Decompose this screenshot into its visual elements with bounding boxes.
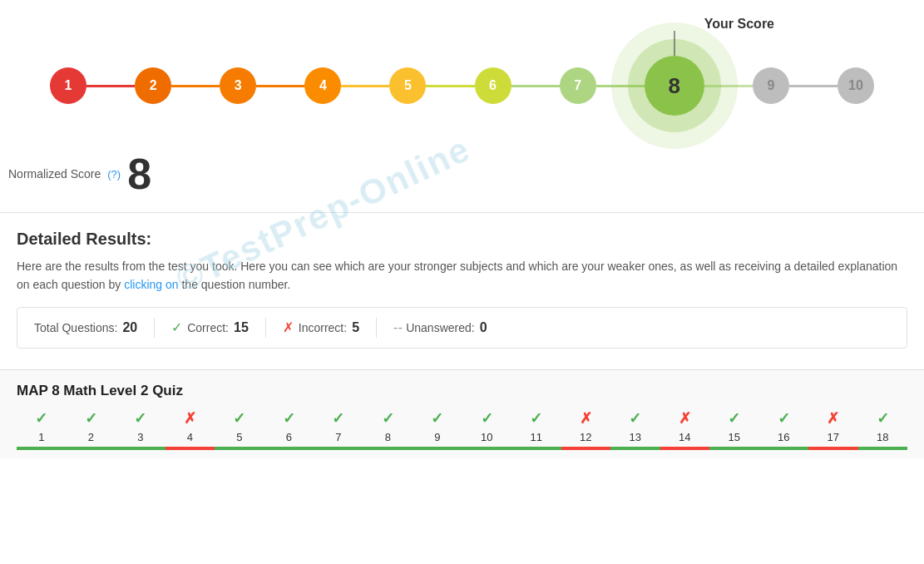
- score-node-1: 1: [50, 67, 86, 104]
- quiz-item-13[interactable]: ✓13: [610, 409, 660, 450]
- unanswered-label: Unanswered:: [406, 321, 475, 334]
- quiz-item-12[interactable]: ✗12: [561, 409, 611, 450]
- quiz-check-14: ✗: [679, 409, 691, 428]
- correct-value: 15: [234, 320, 249, 335]
- correct-label: Correct:: [187, 321, 229, 334]
- total-value: 20: [122, 320, 137, 335]
- quiz-check-2: ✓: [85, 409, 97, 428]
- normalized-value: 8: [127, 152, 151, 195]
- quiz-bar-12: [561, 447, 611, 450]
- quiz-check-16: ✓: [778, 409, 790, 428]
- your-score-label: Your Score: [50, 17, 774, 32]
- quiz-bar-17: [808, 447, 858, 450]
- quiz-number-5: 5: [236, 431, 242, 443]
- quiz-bar-3: [116, 447, 166, 450]
- unanswered-value: 0: [480, 320, 487, 335]
- quiz-number-7: 7: [335, 431, 341, 443]
- score-node-9: 9: [753, 67, 789, 104]
- quiz-grid: ✓1✓2✓3✗4✓5✓6✓7✓8✓9✓10✓11✗12✓13✗14✓15✓16✗…: [17, 409, 907, 450]
- quiz-item-14[interactable]: ✗14: [660, 409, 710, 450]
- quiz-number-1: 1: [38, 431, 44, 443]
- quiz-number-11: 11: [531, 431, 542, 443]
- score-node-active-8: 8: [645, 56, 704, 116]
- clicking-link[interactable]: clicking on: [124, 278, 178, 291]
- quiz-item-9[interactable]: ✓9: [413, 409, 462, 450]
- detailed-title: Detailed Results:: [17, 230, 907, 249]
- quiz-number-13: 13: [630, 431, 641, 443]
- correct-icon: ✓: [171, 319, 182, 335]
- normalized-section: Normalized Score (?) 8: [0, 144, 924, 212]
- quiz-item-5[interactable]: ✓5: [215, 409, 264, 450]
- normalized-help-button[interactable]: (?): [107, 168, 121, 181]
- quiz-item-1[interactable]: ✓1: [17, 409, 67, 450]
- quiz-check-7: ✓: [332, 409, 344, 428]
- quiz-number-3: 3: [137, 431, 143, 443]
- score-line-3: [256, 85, 304, 87]
- quiz-bar-16: [759, 447, 809, 450]
- quiz-check-6: ✓: [283, 409, 295, 428]
- quiz-item-18[interactable]: ✓18: [858, 409, 908, 450]
- quiz-check-17: ✗: [827, 409, 839, 428]
- quiz-title: MAP 8 Math Level 2 Quiz: [17, 383, 907, 399]
- quiz-number-2: 2: [88, 431, 94, 443]
- quiz-bar-14: [660, 447, 710, 450]
- quiz-item-10[interactable]: ✓10: [462, 409, 512, 450]
- score-line-6: [511, 85, 560, 87]
- quiz-item-16[interactable]: ✓16: [759, 409, 809, 450]
- stat-total: Total Questions: 20: [34, 320, 154, 335]
- quiz-check-15: ✓: [728, 409, 740, 428]
- quiz-bar-15: [709, 447, 759, 450]
- stat-correct: ✓ Correct: 15: [155, 319, 265, 335]
- quiz-check-9: ✓: [431, 409, 443, 428]
- quiz-bar-6: [264, 447, 314, 450]
- score-node-10: 10: [838, 67, 874, 104]
- score-section: Your Score 12345678910: [0, 0, 924, 144]
- quiz-check-5: ✓: [233, 409, 245, 428]
- quiz-bar-7: [314, 447, 363, 450]
- incorrect-value: 5: [352, 320, 359, 335]
- quiz-bar-5: [215, 447, 264, 450]
- detailed-section: Detailed Results: Here are the results f…: [0, 213, 924, 369]
- stats-bar: Total Questions: 20 ✓ Correct: 15 ✗ Inco…: [17, 307, 907, 349]
- score-node-5: 5: [389, 67, 426, 104]
- quiz-item-7[interactable]: ✓7: [314, 409, 363, 450]
- detailed-description: Here are the results from the test you t…: [17, 257, 907, 294]
- total-label: Total Questions:: [34, 321, 117, 334]
- quiz-item-3[interactable]: ✓3: [116, 409, 166, 450]
- quiz-number-10: 10: [481, 431, 492, 443]
- quiz-check-4: ✗: [184, 409, 196, 428]
- quiz-section: MAP 8 Math Level 2 Quiz ✓1✓2✓3✗4✓5✓6✓7✓8…: [0, 370, 924, 458]
- quiz-bar-13: [610, 447, 660, 450]
- quiz-bar-10: [462, 447, 512, 450]
- quiz-check-12: ✗: [580, 409, 592, 428]
- quiz-bar-4: [166, 447, 215, 450]
- quiz-bar-1: [17, 447, 67, 450]
- quiz-item-8[interactable]: ✓8: [363, 409, 413, 450]
- quiz-bar-8: [363, 447, 413, 450]
- quiz-number-18: 18: [877, 431, 888, 443]
- score-line-4: [341, 85, 389, 87]
- quiz-item-17[interactable]: ✗17: [808, 409, 858, 450]
- top-wrapper: Your Score 12345678910 Normalized Score …: [0, 0, 924, 458]
- quiz-item-4[interactable]: ✗4: [166, 409, 215, 450]
- quiz-item-6[interactable]: ✓6: [264, 409, 314, 450]
- quiz-bar-18: [858, 447, 908, 450]
- quiz-number-8: 8: [385, 431, 391, 443]
- quiz-number-9: 9: [434, 431, 440, 443]
- quiz-number-4: 4: [187, 431, 193, 443]
- stat-incorrect: ✗ Incorrect: 5: [266, 319, 376, 335]
- quiz-check-11: ✓: [530, 409, 542, 428]
- quiz-item-2[interactable]: ✓2: [67, 409, 116, 450]
- quiz-item-11[interactable]: ✓11: [511, 409, 561, 450]
- quiz-bar-9: [413, 447, 462, 450]
- incorrect-icon: ✗: [283, 319, 294, 335]
- quiz-check-8: ✓: [382, 409, 394, 428]
- quiz-number-6: 6: [286, 431, 292, 443]
- quiz-number-14: 14: [679, 431, 690, 443]
- stat-unanswered: - - Unanswered: 0: [377, 320, 504, 335]
- score-node-7: 7: [560, 67, 596, 104]
- normalized-label: Normalized Score: [8, 167, 101, 181]
- score-node-4: 4: [304, 67, 341, 104]
- quiz-number-15: 15: [729, 431, 740, 443]
- quiz-item-15[interactable]: ✓15: [709, 409, 759, 450]
